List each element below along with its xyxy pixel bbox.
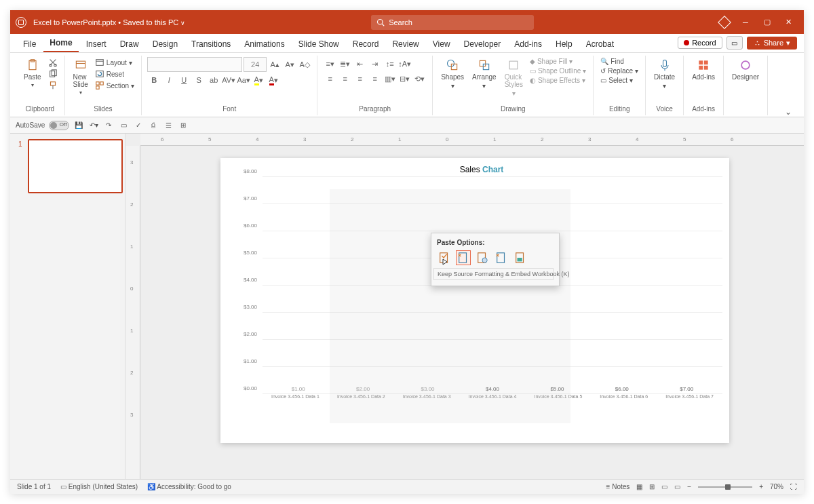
- slide-canvas[interactable]: 6543210123456 3210123 Sales Chart $0.00$…: [125, 134, 804, 479]
- minimize-button[interactable]: ─: [736, 15, 755, 30]
- maximize-button[interactable]: ▢: [758, 15, 777, 30]
- align-left-button[interactable]: ≡: [324, 72, 337, 85]
- grow-font-button[interactable]: A▴: [268, 58, 282, 71]
- notes-button[interactable]: ≡ Notes: [606, 483, 630, 490]
- tab-view[interactable]: View: [427, 36, 457, 52]
- case-button[interactable]: Aa▾: [237, 73, 250, 87]
- text-direction-button[interactable]: ↕A▾: [398, 57, 412, 71]
- align-text-button[interactable]: ⊟▾: [398, 72, 412, 85]
- addins-button[interactable]: Add-ins: [689, 57, 718, 82]
- select-button[interactable]: ▭ Select ▾: [599, 76, 640, 85]
- shape-outline-button[interactable]: ▭ Shape Outline ▾: [528, 66, 587, 75]
- save-button[interactable]: 💾: [73, 120, 84, 131]
- shrink-font-button[interactable]: A▾: [283, 58, 296, 71]
- qat-more-button[interactable]: ⊞: [178, 120, 189, 131]
- bullets-button[interactable]: ≡▾: [324, 57, 337, 71]
- shape-effects-button[interactable]: ◐ Shape Effects ▾: [528, 76, 587, 85]
- present-button[interactable]: ▭: [726, 36, 743, 50]
- quick-styles-button[interactable]: Quick Styles▾: [502, 57, 526, 98]
- paste-button[interactable]: Paste▾: [21, 57, 44, 90]
- tab-acrobat[interactable]: Acrobat: [580, 36, 620, 52]
- status-lang[interactable]: ▭ English (United States): [60, 483, 138, 490]
- tab-developer[interactable]: Developer: [458, 36, 507, 52]
- font-color-button[interactable]: A▾: [267, 73, 280, 87]
- zoom-out-button[interactable]: −: [687, 483, 691, 490]
- autosave-toggle[interactable]: Off: [49, 121, 69, 130]
- align-center-button[interactable]: ≡: [338, 72, 352, 85]
- tab-record[interactable]: Record: [347, 36, 385, 52]
- ribbon-collapse-button[interactable]: ⌄: [778, 107, 798, 117]
- tab-draw[interactable]: Draw: [114, 36, 145, 52]
- tab-help[interactable]: Help: [549, 36, 579, 52]
- shapes-button[interactable]: Shapes▾: [438, 57, 467, 91]
- tab-addins[interactable]: Add-ins: [508, 36, 548, 52]
- numbering-button[interactable]: ≣▾: [338, 57, 352, 71]
- indent-inc-button[interactable]: ⇥: [368, 57, 382, 71]
- shadow-button[interactable]: ab: [207, 73, 220, 87]
- copy-button[interactable]: [47, 69, 59, 79]
- tab-home[interactable]: Home: [43, 35, 78, 52]
- shape-fill-button[interactable]: ◆ Shape Fill ▾: [528, 57, 587, 66]
- justify-button[interactable]: ≡: [368, 72, 382, 85]
- strike-button[interactable]: S: [192, 73, 206, 87]
- paste-opt-use-dest-link[interactable]: [475, 250, 490, 265]
- zoom-in-button[interactable]: +: [759, 483, 763, 490]
- status-accessibility[interactable]: ♿ Accessibility: Good to go: [147, 483, 231, 490]
- indent-dec-button[interactable]: ⇤: [353, 57, 367, 71]
- arrange-button[interactable]: Arrange▾: [469, 57, 499, 91]
- tab-insert[interactable]: Insert: [80, 36, 113, 52]
- designer-button[interactable]: Designer: [729, 57, 762, 82]
- dictate-button[interactable]: Dictate▾: [651, 57, 678, 91]
- view-reading-button[interactable]: ▭: [661, 483, 667, 490]
- tab-review[interactable]: Review: [386, 36, 425, 52]
- zoom-level[interactable]: 70%: [770, 483, 783, 490]
- tab-design[interactable]: Design: [147, 36, 184, 52]
- format-painter-button[interactable]: [47, 80, 59, 91]
- paste-opt-keep-source-embed[interactable]: [456, 250, 471, 265]
- bold-button[interactable]: B: [147, 73, 161, 87]
- highlight-button[interactable]: A▾: [252, 73, 265, 87]
- qat-spell-button[interactable]: ✓: [133, 120, 144, 131]
- tab-transitions[interactable]: Transitions: [185, 36, 237, 52]
- spacing-button[interactable]: AV▾: [222, 73, 235, 87]
- redo-button[interactable]: ↷: [103, 120, 114, 131]
- premium-icon[interactable]: [718, 16, 731, 29]
- italic-button[interactable]: I: [162, 73, 176, 87]
- zoom-slider[interactable]: [698, 486, 752, 488]
- columns-button[interactable]: ▥▾: [383, 72, 397, 85]
- section-button[interactable]: Section▾: [94, 80, 136, 91]
- view-sorter-button[interactable]: ⊞: [649, 483, 655, 490]
- qat-print-button[interactable]: ⎙: [148, 120, 159, 131]
- search-box[interactable]: Search: [371, 15, 534, 30]
- view-normal-button[interactable]: ▦: [636, 483, 642, 490]
- slide-thumbnail-1[interactable]: 1: [28, 139, 123, 193]
- slide-1[interactable]: Sales Chart $0.00$1.00$2.00$3.00$4.00$5.…: [220, 158, 729, 443]
- line-spacing-button[interactable]: ↕≡: [383, 57, 397, 71]
- tab-file[interactable]: File: [17, 36, 42, 52]
- share-button[interactable]: ⛬ Share ▾: [747, 37, 797, 50]
- reset-button[interactable]: Reset: [94, 69, 136, 79]
- paste-opt-keep-source-link[interactable]: [494, 250, 509, 265]
- undo-button[interactable]: ↶▾: [88, 120, 99, 131]
- layout-button[interactable]: Layout▾: [94, 57, 136, 68]
- new-slide-button[interactable]: New Slide▾: [71, 57, 91, 97]
- close-button[interactable]: ✕: [779, 15, 798, 30]
- replace-button[interactable]: ↺ Replace ▾: [599, 66, 640, 75]
- record-button[interactable]: Record: [678, 37, 722, 49]
- tab-slideshow[interactable]: Slide Show: [292, 36, 345, 52]
- slide-panel[interactable]: 1: [10, 134, 125, 479]
- qat-touch-button[interactable]: ☰: [163, 120, 174, 131]
- clear-format-button[interactable]: A◇: [298, 58, 311, 71]
- align-right-button[interactable]: ≡: [353, 72, 367, 85]
- cut-button[interactable]: [47, 57, 59, 68]
- qat-slideshow-button[interactable]: ▭: [118, 120, 129, 131]
- view-slideshow-button[interactable]: ▭: [674, 483, 680, 490]
- fit-button[interactable]: ⛶: [790, 483, 797, 490]
- font-size-select[interactable]: [244, 57, 267, 72]
- find-button[interactable]: 🔍 Find: [599, 57, 640, 66]
- tab-animations[interactable]: Animations: [238, 36, 290, 52]
- paste-opt-picture[interactable]: [513, 250, 528, 265]
- underline-button[interactable]: U: [177, 73, 191, 87]
- smartart-button[interactable]: ⟲▾: [413, 72, 427, 85]
- font-name-select[interactable]: [147, 57, 242, 72]
